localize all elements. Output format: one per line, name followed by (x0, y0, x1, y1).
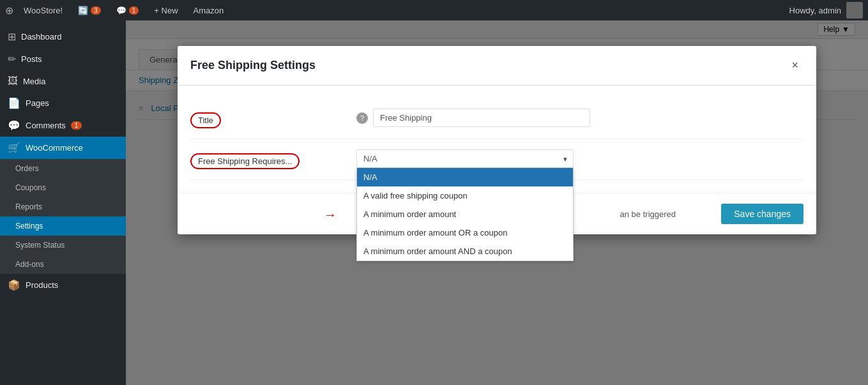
sidebar-item-settings[interactable]: Settings (0, 216, 126, 236)
sidebar-label-products: Products (26, 280, 58, 290)
modal-title: Free Shipping Settings (190, 59, 316, 72)
sidebar-label-orders: Orders (15, 164, 39, 173)
requires-label: Free Shipping Requires... (190, 149, 356, 169)
requires-select-wrapper: N/A A valid free shipping coupon A minim… (356, 149, 574, 168)
modal-body: Title ? Free Shipping Requires... (178, 86, 816, 193)
main-content: Help ▼ General Products Tax Shipping Che… (126, 20, 868, 385)
site-name[interactable]: WooStore! (19, 6, 68, 15)
sidebar-item-dashboard[interactable]: ⊞ Dashboard (0, 26, 126, 48)
admin-user-info: Howdy, admin (789, 2, 863, 19)
comments-icon[interactable]: 💬 1 (111, 6, 144, 15)
sidebar-item-posts[interactable]: ✏ Posts (0, 48, 126, 70)
sidebar-label-pages: Pages (26, 98, 49, 108)
title-help-icon[interactable]: ? (356, 112, 368, 124)
title-control-wrap: ? (356, 109, 803, 127)
woocommerce-icon: 🛒 (8, 142, 20, 154)
arrow-indicator: → (324, 207, 337, 222)
sidebar-item-woocommerce[interactable]: 🛒 WooCommerce (0, 137, 126, 159)
sidebar-label-reports: Reports (15, 202, 42, 211)
new-content-button[interactable]: + New (149, 6, 183, 15)
sidebar-label-settings: Settings (15, 222, 43, 230)
title-label-circled: Title (190, 112, 221, 128)
sidebar-item-orders[interactable]: Orders (0, 159, 126, 178)
sidebar-label-woocommerce: WooCommerce (26, 143, 83, 153)
dropdown-option-min-or-coupon[interactable]: A minimum order amount OR a coupon (357, 223, 573, 242)
sidebar-label-system-status: System Status (15, 241, 65, 250)
sidebar-label-comments: Comments (26, 121, 66, 130)
sidebar-item-coupons[interactable]: Coupons (0, 178, 126, 197)
wp-logo-icon: ⊕ (5, 4, 13, 17)
title-input[interactable] (373, 109, 590, 127)
requires-dropdown: N/A A valid free shipping coupon → A min… (356, 168, 574, 261)
title-form-row: Title ? (190, 98, 803, 139)
dropdown-option-coupon[interactable]: A valid free shipping coupon (357, 186, 573, 205)
title-label: Title (190, 109, 356, 128)
products-icon: 📦 (8, 279, 20, 291)
save-changes-button[interactable]: Save changes (721, 204, 803, 224)
comments-bubble-icon: 💬 (8, 119, 20, 132)
dropdown-option-min-order[interactable]: → A minimum order amount (357, 205, 573, 223)
sidebar-item-add-ons[interactable]: Add-ons (0, 255, 126, 274)
avatar[interactable] (846, 2, 863, 19)
dropdown-option-na[interactable]: N/A (357, 168, 573, 186)
dropdown-option-min-and-coupon[interactable]: A minimum order amount AND a coupon (357, 242, 573, 260)
requires-select[interactable]: N/A A valid free shipping coupon A minim… (356, 149, 574, 168)
modal-header: Free Shipping Settings × (178, 46, 816, 86)
sidebar-item-reports[interactable]: Reports (0, 197, 126, 216)
requires-label-circled: Free Shipping Requires... (190, 153, 300, 169)
sidebar: ⊞ Dashboard ✏ Posts 🖼 Media 📄 Pages 💬 Co… (0, 20, 126, 385)
triggered-text: an be triggered (620, 209, 676, 219)
sidebar-label-add-ons: Add-ons (15, 260, 44, 269)
admin-bar: ⊕ WooStore! 🔄 3 💬 1 + New Amazon Howdy, … (0, 0, 868, 20)
comments-badge: 1 (71, 121, 82, 130)
posts-icon: ✏ (8, 53, 16, 65)
woocommerce-submenu: Orders Coupons Reports Settings System S… (0, 159, 126, 274)
sidebar-label-posts: Posts (21, 54, 42, 64)
sidebar-label-coupons: Coupons (15, 183, 46, 192)
sidebar-item-pages[interactable]: 📄 Pages (0, 92, 126, 114)
sidebar-label-media: Media (23, 77, 45, 86)
dashboard-icon: ⊞ (8, 31, 16, 43)
free-shipping-modal: Free Shipping Settings × Title ? (178, 46, 816, 234)
sidebar-label-dashboard: Dashboard (21, 32, 62, 42)
amazon-link[interactable]: Amazon (188, 6, 229, 15)
sidebar-item-comments[interactable]: 💬 Comments 1 (0, 114, 126, 137)
modal-overlay: Free Shipping Settings × Title ? (126, 20, 868, 385)
sidebar-item-system-status[interactable]: System Status (0, 236, 126, 255)
requires-form-row: Free Shipping Requires... N/A A valid fr… (190, 139, 803, 180)
pages-icon: 📄 (8, 97, 20, 109)
sidebar-item-media[interactable]: 🖼 Media (0, 70, 126, 92)
wp-layout: ⊞ Dashboard ✏ Posts 🖼 Media 📄 Pages 💬 Co… (0, 20, 868, 385)
updates-icon[interactable]: 🔄 3 (73, 6, 106, 15)
requires-control-wrap: N/A A valid free shipping coupon A minim… (356, 149, 803, 168)
media-icon: 🖼 (8, 75, 18, 87)
howdy-text: Howdy, admin (789, 6, 841, 15)
sidebar-item-products[interactable]: 📦 Products (0, 274, 126, 296)
modal-close-button[interactable]: × (786, 56, 803, 75)
